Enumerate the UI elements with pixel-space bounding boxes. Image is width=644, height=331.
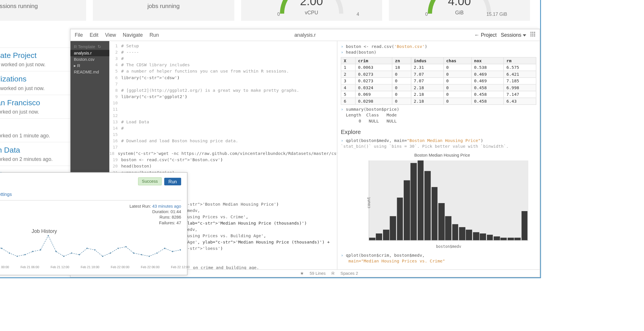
svg-point-57: [172, 251, 173, 252]
file-tree-item[interactable]: ▸ R: [70, 63, 109, 69]
vcpu-gauge: 2.00 vCPU 0 4: [241, 0, 382, 21]
star-icon: ★: [300, 271, 304, 276]
project-link[interactable]: Python Visualizations: [0, 75, 26, 84]
sessions-card: 2 sessions running: [0, 0, 86, 21]
sessions-dropdown[interactable]: Sessions: [501, 32, 526, 38]
table-row: 50.06902.1800.4587.147: [341, 91, 536, 98]
table-row: 60.029802.1800.4586.43: [341, 98, 536, 105]
svg-point-36: [9, 252, 10, 254]
svg-point-42: [55, 251, 57, 252]
data-table: Xcrimzninduschasnoxrm10.0063182.3100.538…: [341, 57, 536, 105]
editor-menu-item[interactable]: Navigate: [123, 32, 143, 38]
svg-text:Feb 21 18:00: Feb 21 18:00: [81, 265, 99, 269]
editor-filename: analysis.r: [294, 32, 316, 38]
svg-rect-21: [530, 35, 531, 36]
histogram-chart: Boston Median Housing Price count boston…: [353, 153, 531, 250]
status-badge: Success: [138, 177, 162, 185]
svg-point-53: [141, 254, 142, 255]
svg-point-43: [63, 256, 64, 257]
svg-text:Feb 21 06:00: Feb 21 06:00: [20, 265, 39, 269]
console-output: › boston <- read.csv('Boston.csv') › hea…: [337, 41, 540, 269]
latest-run-link[interactable]: 43 minutes ago: [152, 204, 181, 209]
run-button[interactable]: Run: [164, 178, 181, 185]
cluster-metadata-panel: Cluster Metadata Success Run OverviewHis…: [0, 172, 187, 275]
svg-point-44: [71, 252, 72, 254]
file-tree-header[interactable]: R Template ↻: [70, 44, 109, 50]
svg-point-48: [102, 256, 103, 257]
svg-rect-18: [530, 34, 531, 35]
file-tree-item[interactable]: README.md: [70, 69, 109, 75]
project-link[interactable]: Python Template Project: [0, 51, 36, 60]
svg-text:Feb 22 12:00: Feb 22 12:00: [171, 265, 189, 269]
job-history-title: Job History: [0, 228, 181, 234]
editor-menu-item[interactable]: File: [75, 32, 83, 38]
svg-point-51: [125, 246, 126, 247]
svg-rect-17: [534, 32, 535, 33]
svg-point-58: [180, 249, 181, 250]
project-link[interactable]: Yahoo Search Data: [0, 146, 20, 155]
memory-gauge: 4.00 GiB 0 15.17 GiB: [389, 0, 530, 21]
apps-grid-button[interactable]: [530, 32, 535, 38]
back-to-project-button[interactable]: ← Project: [474, 32, 497, 38]
svg-point-49: [110, 252, 111, 254]
svg-point-46: [86, 248, 88, 249]
explore-heading: Explore: [341, 128, 536, 135]
svg-text:Feb 21 00:00: Feb 21 00:00: [0, 265, 9, 269]
editor-menu-item[interactable]: Edit: [90, 32, 98, 38]
jobs-card: 0 jobs running: [93, 0, 234, 21]
editor-menu-item[interactable]: Run: [150, 32, 159, 38]
svg-point-47: [94, 249, 95, 250]
table-row: 30.027307.0700.4697.185: [341, 77, 536, 84]
svg-point-35: [1, 248, 2, 249]
svg-rect-22: [532, 35, 533, 36]
svg-point-41: [48, 235, 49, 236]
cluster-tabs: OverviewHistoryDependenciesSettings: [0, 190, 181, 200]
file-tree-item[interactable]: analysis.r: [70, 50, 109, 56]
cluster-tab[interactable]: Settings: [0, 190, 12, 200]
stats-row: 2 sessions running 0 jobs running 2.00 v…: [0, 0, 530, 21]
svg-text:Feb 21 12:00: Feb 21 12:00: [51, 265, 69, 269]
svg-rect-16: [532, 32, 533, 33]
svg-rect-15: [530, 32, 531, 33]
svg-point-39: [32, 251, 33, 252]
table-row: 20.027307.0700.4696.421: [341, 71, 536, 78]
table-row: 40.032402.1800.4586.998: [341, 84, 536, 91]
project-link[interactable]: Air Quality San Francisco: [0, 98, 40, 107]
svg-rect-20: [534, 34, 535, 35]
svg-rect-19: [532, 34, 533, 35]
svg-point-40: [40, 249, 41, 250]
svg-point-50: [117, 248, 119, 249]
svg-point-45: [79, 254, 80, 255]
svg-point-56: [164, 248, 165, 249]
svg-point-54: [149, 256, 150, 257]
editor-menubar: FileEditViewNavigateRun analysis.r ← Pro…: [70, 29, 539, 41]
file-tree-item[interactable]: Boston.csv: [70, 56, 109, 63]
svg-point-37: [17, 256, 18, 257]
svg-point-38: [24, 254, 26, 255]
svg-text:Feb 22 06:00: Feb 22 06:00: [141, 265, 160, 269]
svg-point-55: [156, 252, 158, 254]
table-row: 10.0063182.3100.5386.575: [341, 64, 536, 71]
svg-text:Feb 22 00:00: Feb 22 00:00: [111, 265, 129, 269]
svg-rect-23: [534, 35, 535, 36]
chevron-down-icon: [523, 34, 526, 36]
job-history-chart: Duration (s) 190150110Feb 20 12:00Feb 20…: [0, 235, 181, 270]
svg-point-52: [133, 252, 134, 254]
editor-menu-item[interactable]: View: [105, 32, 116, 38]
